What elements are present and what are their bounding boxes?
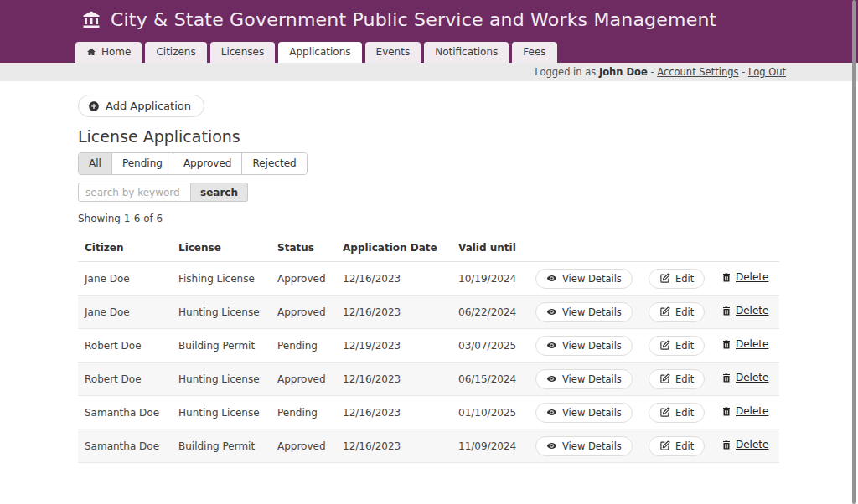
scrollbar[interactable] (852, 0, 856, 504)
filter-rejected[interactable]: Rejected (241, 153, 306, 174)
cell-valid-until: 03/07/2025 (452, 329, 529, 363)
tab-label: Licenses (221, 46, 265, 58)
column-header-valid-until: Valid until (452, 234, 529, 262)
view-details-button[interactable]: View Details (535, 436, 633, 456)
cell-status: Approved (271, 262, 336, 296)
table-row: Robert DoeHunting LicenseApproved12/16/2… (78, 363, 779, 396)
view-details-button[interactable]: View Details (535, 369, 633, 389)
app-title: City & State Government Public Service a… (81, 9, 716, 30)
results-summary: Showing 1-6 of 6 (78, 213, 858, 224)
logout-link[interactable]: Log Out (748, 66, 786, 78)
column-header-citizen: Citizen (78, 234, 172, 262)
cell-citizen: Samantha Doe (78, 396, 172, 429)
delete-link[interactable]: Delete (721, 271, 768, 283)
filter-approved[interactable]: Approved (173, 153, 242, 174)
trash-icon (721, 339, 731, 350)
trash-icon (721, 406, 731, 417)
cell-actions: Delete (715, 296, 779, 329)
delete-link[interactable]: Delete (721, 305, 768, 316)
edit-icon (659, 340, 670, 351)
delete-label: Delete (736, 271, 768, 283)
trash-icon (721, 306, 731, 316)
cell-actions: Edit (642, 296, 715, 329)
home-icon (86, 47, 96, 57)
column-header-status: Status (271, 234, 336, 262)
filter-all[interactable]: All (79, 153, 111, 174)
cell-application-date: 12/16/2023 (336, 396, 452, 429)
tab-label: Home (101, 46, 131, 58)
add-application-label: Add Application (106, 100, 191, 112)
tab-applications[interactable]: Applications (278, 42, 361, 63)
edit-label: Edit (675, 306, 694, 318)
cell-actions: View Details (529, 429, 642, 463)
cell-actions: Edit (642, 396, 715, 429)
delete-link[interactable]: Delete (721, 372, 768, 383)
cell-status: Pending (271, 329, 336, 363)
tab-events[interactable]: Events (365, 42, 421, 63)
eye-icon (546, 273, 557, 284)
tab-notifications[interactable]: Notifications (424, 42, 509, 63)
view-details-button[interactable]: View Details (535, 336, 633, 356)
delete-label: Delete (736, 338, 768, 350)
edit-icon (659, 306, 670, 317)
cell-actions: Edit (642, 429, 715, 463)
edit-button[interactable]: Edit (649, 336, 705, 356)
cell-actions: Edit (642, 363, 715, 396)
tab-label: Applications (289, 46, 350, 58)
applications-table: Citizen License Status Application Date … (78, 234, 779, 463)
cell-actions: Delete (715, 396, 779, 429)
search-input[interactable] (78, 183, 191, 202)
add-application-button[interactable]: Add Application (78, 95, 204, 117)
delete-link[interactable]: Delete (721, 338, 768, 350)
delete-label: Delete (736, 439, 768, 450)
cell-actions: View Details (529, 363, 642, 396)
edit-icon (659, 273, 670, 284)
delete-label: Delete (736, 372, 768, 383)
cell-status: Approved (271, 429, 336, 463)
cell-citizen: Jane Doe (78, 296, 172, 329)
edit-icon (659, 440, 670, 451)
delete-label: Delete (736, 305, 768, 316)
tab-home[interactable]: Home (75, 42, 142, 63)
cell-application-date: 12/16/2023 (336, 296, 452, 329)
cell-actions: Edit (642, 262, 715, 296)
tab-citizens[interactable]: Citizens (145, 42, 206, 63)
tab-licenses[interactable]: Licenses (210, 42, 276, 63)
view-details-button[interactable]: View Details (535, 403, 633, 423)
edit-button[interactable]: Edit (649, 436, 705, 456)
cell-citizen: Samantha Doe (78, 429, 172, 463)
eye-icon (546, 306, 557, 317)
edit-button[interactable]: Edit (649, 403, 705, 423)
edit-button[interactable]: Edit (649, 269, 705, 289)
cell-valid-until: 06/15/2024 (452, 363, 529, 396)
eye-icon (546, 340, 557, 351)
delete-link[interactable]: Delete (721, 439, 768, 450)
view-details-label: View Details (562, 407, 622, 419)
table-row: Jane DoeHunting LicenseApproved12/16/202… (78, 296, 779, 329)
tab-fees[interactable]: Fees (512, 42, 556, 63)
app-title-text: City & State Government Public Service a… (111, 9, 716, 30)
view-details-button[interactable]: View Details (535, 269, 633, 289)
page-title: License Applications (78, 127, 858, 146)
delete-link[interactable]: Delete (721, 405, 768, 417)
edit-label: Edit (675, 407, 694, 419)
cell-actions: View Details (529, 329, 642, 363)
logged-in-text: Logged in as (535, 66, 596, 78)
search-button[interactable]: search (191, 183, 248, 202)
column-header-actions (715, 234, 779, 262)
view-details-label: View Details (562, 340, 622, 352)
cell-license: Hunting License (172, 363, 271, 396)
cell-application-date: 12/19/2023 (336, 329, 452, 363)
account-settings-link[interactable]: Account Settings (657, 66, 738, 78)
edit-button[interactable]: Edit (649, 369, 705, 389)
trash-icon (721, 373, 731, 383)
cell-valid-until: 01/10/2025 (452, 396, 529, 429)
cell-application-date: 12/16/2023 (336, 363, 452, 396)
cell-license: Fishing License (172, 262, 271, 296)
eye-icon (546, 440, 557, 451)
trash-icon (721, 440, 731, 450)
view-details-button[interactable]: View Details (535, 302, 633, 322)
filter-pending[interactable]: Pending (111, 153, 173, 174)
edit-button[interactable]: Edit (649, 302, 705, 322)
column-header-actions (642, 234, 715, 262)
